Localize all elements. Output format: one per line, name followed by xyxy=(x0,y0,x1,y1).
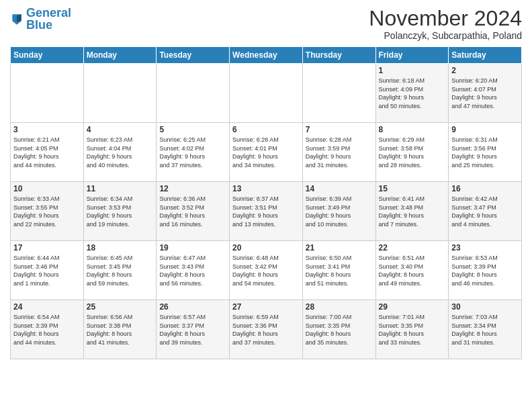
day-number: 16 xyxy=(451,184,519,193)
day-number: 20 xyxy=(232,243,300,253)
day-info: Sunrise: 6:21 AMSunset: 4:05 PMDaylight:… xyxy=(13,136,81,169)
calendar-cell: 21Sunrise: 6:50 AMSunset: 3:41 PMDayligh… xyxy=(302,241,375,300)
day-info: Sunrise: 6:39 AMSunset: 3:49 PMDaylight:… xyxy=(306,195,373,228)
day-info: Sunrise: 7:00 AMSunset: 3:35 PMDaylight:… xyxy=(306,313,373,347)
day-info: Sunrise: 6:25 AMSunset: 4:02 PMDaylight:… xyxy=(159,136,226,169)
day-info: Sunrise: 6:20 AMSunset: 4:07 PMDaylight:… xyxy=(451,77,519,110)
calendar-cell: 23Sunrise: 6:53 AMSunset: 3:39 PMDayligh… xyxy=(449,241,522,300)
day-info: Sunrise: 6:31 AMSunset: 3:56 PMDaylight:… xyxy=(451,136,519,169)
day-info: Sunrise: 6:47 AMSunset: 3:43 PMDaylight:… xyxy=(159,254,226,287)
day-info: Sunrise: 6:51 AMSunset: 3:40 PMDaylight:… xyxy=(379,254,446,287)
day-info: Sunrise: 6:36 AMSunset: 3:52 PMDaylight:… xyxy=(159,195,226,228)
day-info: Sunrise: 6:59 AMSunset: 3:36 PMDaylight:… xyxy=(232,313,300,347)
calendar-cell: 20Sunrise: 6:48 AMSunset: 3:42 PMDayligh… xyxy=(230,241,303,300)
logo-icon xyxy=(10,12,24,26)
day-number: 12 xyxy=(159,184,226,193)
day-number: 18 xyxy=(87,243,154,253)
day-info: Sunrise: 6:50 AMSunset: 3:41 PMDaylight:… xyxy=(306,254,373,287)
calendar-week-1: 1Sunrise: 6:18 AMSunset: 4:09 PMDaylight… xyxy=(11,64,522,123)
day-info: Sunrise: 6:42 AMSunset: 3:47 PMDaylight:… xyxy=(451,195,519,228)
col-thursday: Thursday xyxy=(302,47,375,64)
calendar-cell xyxy=(157,64,230,123)
calendar-cell: 28Sunrise: 7:00 AMSunset: 3:35 PMDayligh… xyxy=(302,300,375,359)
calendar-cell: 4Sunrise: 6:23 AMSunset: 4:04 PMDaylight… xyxy=(83,123,157,182)
day-number: 15 xyxy=(379,184,446,193)
day-number: 23 xyxy=(451,243,519,253)
calendar-week-3: 10Sunrise: 6:33 AMSunset: 3:55 PMDayligh… xyxy=(11,182,522,241)
calendar-cell: 14Sunrise: 6:39 AMSunset: 3:49 PMDayligh… xyxy=(302,182,375,241)
calendar-cell: 25Sunrise: 6:56 AMSunset: 3:38 PMDayligh… xyxy=(83,300,157,359)
calendar-cell: 15Sunrise: 6:41 AMSunset: 3:48 PMDayligh… xyxy=(375,182,449,241)
calendar-cell: 7Sunrise: 6:28 AMSunset: 3:59 PMDaylight… xyxy=(302,123,375,182)
day-number: 8 xyxy=(379,125,446,134)
day-info: Sunrise: 6:34 AMSunset: 3:53 PMDaylight:… xyxy=(87,195,154,228)
day-info: Sunrise: 6:23 AMSunset: 4:04 PMDaylight:… xyxy=(87,136,154,169)
page: General Blue November 2024 Polanczyk, Su… xyxy=(0,0,532,411)
day-number: 5 xyxy=(159,125,226,134)
calendar-week-4: 17Sunrise: 6:44 AMSunset: 3:46 PMDayligh… xyxy=(11,241,522,300)
calendar-cell: 5Sunrise: 6:25 AMSunset: 4:02 PMDaylight… xyxy=(157,123,230,182)
calendar-cell: 2Sunrise: 6:20 AMSunset: 4:07 PMDaylight… xyxy=(449,64,522,123)
day-info: Sunrise: 6:37 AMSunset: 3:51 PMDaylight:… xyxy=(232,195,300,228)
day-info: Sunrise: 6:18 AMSunset: 4:09 PMDaylight:… xyxy=(379,77,446,110)
day-info: Sunrise: 6:54 AMSunset: 3:39 PMDaylight:… xyxy=(13,313,81,347)
calendar-cell: 26Sunrise: 6:57 AMSunset: 3:37 PMDayligh… xyxy=(157,300,230,359)
calendar-cell xyxy=(302,64,375,123)
day-number: 14 xyxy=(306,184,373,193)
day-info: Sunrise: 6:45 AMSunset: 3:45 PMDaylight:… xyxy=(87,254,154,287)
day-number: 3 xyxy=(13,125,81,134)
calendar-cell: 30Sunrise: 7:03 AMSunset: 3:34 PMDayligh… xyxy=(449,300,522,359)
calendar-week-5: 24Sunrise: 6:54 AMSunset: 3:39 PMDayligh… xyxy=(11,300,522,359)
day-info: Sunrise: 6:41 AMSunset: 3:48 PMDaylight:… xyxy=(379,195,446,228)
day-number: 30 xyxy=(451,302,519,312)
calendar-cell: 29Sunrise: 7:01 AMSunset: 3:35 PMDayligh… xyxy=(375,300,449,359)
calendar-cell: 19Sunrise: 6:47 AMSunset: 3:43 PMDayligh… xyxy=(157,241,230,300)
day-number: 17 xyxy=(13,243,81,253)
day-number: 4 xyxy=(87,125,154,134)
calendar: Sunday Monday Tuesday Wednesday Thursday… xyxy=(10,46,522,359)
calendar-cell: 24Sunrise: 6:54 AMSunset: 3:39 PMDayligh… xyxy=(11,300,84,359)
calendar-cell: 12Sunrise: 6:36 AMSunset: 3:52 PMDayligh… xyxy=(157,182,230,241)
logo-text: General Blue xyxy=(26,7,71,31)
calendar-cell: 3Sunrise: 6:21 AMSunset: 4:05 PMDaylight… xyxy=(11,123,84,182)
day-number: 26 xyxy=(159,302,226,312)
day-number: 27 xyxy=(232,302,300,312)
svg-marker-1 xyxy=(17,14,21,21)
day-info: Sunrise: 6:56 AMSunset: 3:38 PMDaylight:… xyxy=(87,313,154,347)
month-title: November 2024 xyxy=(369,7,522,30)
calendar-week-2: 3Sunrise: 6:21 AMSunset: 4:05 PMDaylight… xyxy=(11,123,522,182)
logo: General Blue xyxy=(10,7,71,31)
calendar-cell xyxy=(83,64,157,123)
day-number: 6 xyxy=(232,125,300,134)
header: General Blue November 2024 Polanczyk, Su… xyxy=(10,7,522,41)
day-number: 7 xyxy=(306,125,373,134)
day-info: Sunrise: 6:26 AMSunset: 4:01 PMDaylight:… xyxy=(232,136,300,169)
logo-blue: Blue xyxy=(26,18,52,32)
calendar-cell: 10Sunrise: 6:33 AMSunset: 3:55 PMDayligh… xyxy=(11,182,84,241)
col-wednesday: Wednesday xyxy=(230,47,303,64)
calendar-cell: 6Sunrise: 6:26 AMSunset: 4:01 PMDaylight… xyxy=(230,123,303,182)
calendar-cell: 13Sunrise: 6:37 AMSunset: 3:51 PMDayligh… xyxy=(230,182,303,241)
calendar-cell: 22Sunrise: 6:51 AMSunset: 3:40 PMDayligh… xyxy=(375,241,449,300)
day-info: Sunrise: 7:01 AMSunset: 3:35 PMDaylight:… xyxy=(379,313,446,347)
logo-general: General xyxy=(26,6,71,19)
day-number: 13 xyxy=(232,184,300,193)
calendar-cell: 11Sunrise: 6:34 AMSunset: 3:53 PMDayligh… xyxy=(83,182,157,241)
col-sunday: Sunday xyxy=(11,47,84,64)
day-number: 28 xyxy=(306,302,373,312)
day-number: 10 xyxy=(13,184,81,193)
day-number: 25 xyxy=(87,302,154,312)
calendar-cell: 8Sunrise: 6:29 AMSunset: 3:58 PMDaylight… xyxy=(375,123,449,182)
col-friday: Friday xyxy=(375,47,449,64)
calendar-cell: 18Sunrise: 6:45 AMSunset: 3:45 PMDayligh… xyxy=(83,241,157,300)
day-info: Sunrise: 6:28 AMSunset: 3:59 PMDaylight:… xyxy=(306,136,373,169)
day-info: Sunrise: 6:48 AMSunset: 3:42 PMDaylight:… xyxy=(232,254,300,287)
day-info: Sunrise: 7:03 AMSunset: 3:34 PMDaylight:… xyxy=(451,313,519,347)
day-info: Sunrise: 6:53 AMSunset: 3:39 PMDaylight:… xyxy=(451,254,519,287)
col-monday: Monday xyxy=(83,47,157,64)
day-number: 1 xyxy=(379,66,446,75)
calendar-header-row: Sunday Monday Tuesday Wednesday Thursday… xyxy=(11,47,522,64)
day-number: 11 xyxy=(87,184,154,193)
col-tuesday: Tuesday xyxy=(157,47,230,64)
calendar-cell xyxy=(11,64,84,123)
